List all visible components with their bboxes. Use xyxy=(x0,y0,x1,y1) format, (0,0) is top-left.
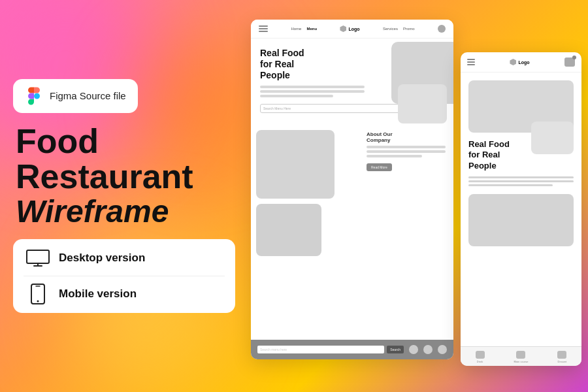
svg-rect-0 xyxy=(27,250,49,263)
wf-about-line2 xyxy=(367,150,446,153)
figma-icon xyxy=(25,87,43,105)
title-wireframe: Wireframe xyxy=(16,195,233,229)
version-divider xyxy=(24,276,225,276)
version-card: Desktop version Mobile version xyxy=(13,239,235,313)
wf-logo-hex xyxy=(340,25,346,32)
wf-hero-section: Real Foodfor RealPeople Search Menu Here… xyxy=(251,39,453,120)
desktop-version-label: Desktop version xyxy=(59,252,145,265)
wf-nav-services[interactable]: Services xyxy=(383,27,398,31)
wf-search-placeholder: Search Menu Here xyxy=(263,106,291,110)
mwf-tab-drink[interactable]: Drink xyxy=(476,351,485,363)
svg-point-2 xyxy=(37,301,39,302)
mobile-version-label: Mobile version xyxy=(59,287,137,301)
wf-footer-icon3 xyxy=(438,345,447,354)
mwf-nav: Logo xyxy=(461,52,581,73)
drink-icon xyxy=(476,351,485,359)
wf-footer-icon2 xyxy=(423,345,433,354)
wf-hero-images xyxy=(378,39,453,123)
mwf-tab-main-label: Main course xyxy=(514,360,529,363)
wf-about-body xyxy=(367,146,446,157)
title-restaurant: Restaurant xyxy=(16,159,233,195)
wf-footer-placeholder: Search menu here xyxy=(260,348,287,351)
mwf-hero: Real Foodfor RealPeople xyxy=(461,73,581,286)
wf-desktop-nav: Home Menu Logo Services Promo xyxy=(251,20,453,39)
wf-footer-icon1 xyxy=(409,345,418,354)
wf-footer-search-btn[interactable]: Search xyxy=(387,346,404,353)
wf-body-line3 xyxy=(260,95,333,97)
wf-about-block: About OurCompany Read More xyxy=(359,125,453,261)
wf-body-line1 xyxy=(260,86,365,88)
wf-hero-body xyxy=(260,86,365,97)
mobile-icon xyxy=(26,286,50,302)
wf-nav-logo: Logo xyxy=(340,25,359,32)
food-icon xyxy=(516,351,525,359)
mobile-version-item: Mobile version xyxy=(26,286,222,302)
monitor-icon xyxy=(26,250,50,267)
wf-read-more-btn[interactable]: Read More xyxy=(367,163,392,171)
wf-body-line2 xyxy=(260,90,365,93)
figma-source-label: Figma Source file xyxy=(50,90,126,101)
wf-hero-img-secondary xyxy=(398,84,447,123)
right-panel: Home Menu Logo Services Promo Real Foodf… xyxy=(251,13,575,379)
wf-footer: Search menu here Search xyxy=(251,340,453,359)
mwf-hero-img-secondary xyxy=(531,122,574,154)
wf-footer-input[interactable]: Search menu here xyxy=(257,346,384,353)
wf-footer-icons xyxy=(409,345,447,354)
mwf-body-line3 xyxy=(468,184,553,186)
wf-nav-menu[interactable]: Menu xyxy=(306,27,317,31)
left-panel: Figma Source file Food Restaurant Wirefr… xyxy=(13,13,235,379)
wf-content-img1 xyxy=(256,130,335,199)
mwf-content-img xyxy=(468,194,574,246)
mwf-tab-dessert[interactable]: Dessert xyxy=(557,351,566,363)
wf-about-line3 xyxy=(367,155,422,157)
mwf-body-line1 xyxy=(468,176,574,178)
title-food: Food xyxy=(16,123,233,159)
wf-nav-links: Home Menu xyxy=(291,27,317,31)
wf-nav-home[interactable]: Home xyxy=(291,27,301,31)
wireframe-desktop: Home Menu Logo Services Promo Real Foodf… xyxy=(251,20,453,359)
wf-content-img2 xyxy=(256,204,321,256)
mwf-hamburger-icon[interactable] xyxy=(467,59,475,65)
wf-content-left xyxy=(251,125,359,261)
wf-about-title: About OurCompany xyxy=(367,131,446,143)
mwf-tab-dessert-label: Dessert xyxy=(558,360,567,363)
mwf-tab-drink-label: Drink xyxy=(477,360,483,363)
mwf-logo-hex xyxy=(510,59,516,65)
title-block: Food Restaurant Wireframe xyxy=(13,123,235,229)
wf-nav-right-links: Services Promo xyxy=(383,27,415,31)
desktop-version-item: Desktop version xyxy=(26,250,222,267)
mwf-body-line2 xyxy=(468,180,574,182)
wf-nav-promo[interactable]: Promo xyxy=(403,27,415,31)
wf-content-area: About OurCompany Read More xyxy=(251,125,453,261)
wireframe-mobile: Logo Real Foodfor RealPeople xyxy=(461,52,581,366)
wf-hamburger-icon[interactable] xyxy=(259,25,268,32)
mwf-tab-main[interactable]: Main course xyxy=(514,351,529,363)
dessert-icon xyxy=(557,351,566,359)
mwf-cart-icon[interactable] xyxy=(564,57,575,67)
mwf-cart-badge xyxy=(572,56,576,59)
main-container: Figma Source file Food Restaurant Wirefr… xyxy=(0,0,588,392)
figma-badge: Figma Source file xyxy=(13,79,138,113)
mwf-logo: Logo xyxy=(510,59,529,65)
wf-about-line1 xyxy=(367,146,446,148)
mwf-footer-tabs: Drink Main course Dessert xyxy=(461,346,581,366)
wf-nav-user-icon[interactable] xyxy=(438,25,446,33)
mwf-body-text xyxy=(468,176,574,186)
mwf-logo-text: Logo xyxy=(518,60,529,65)
